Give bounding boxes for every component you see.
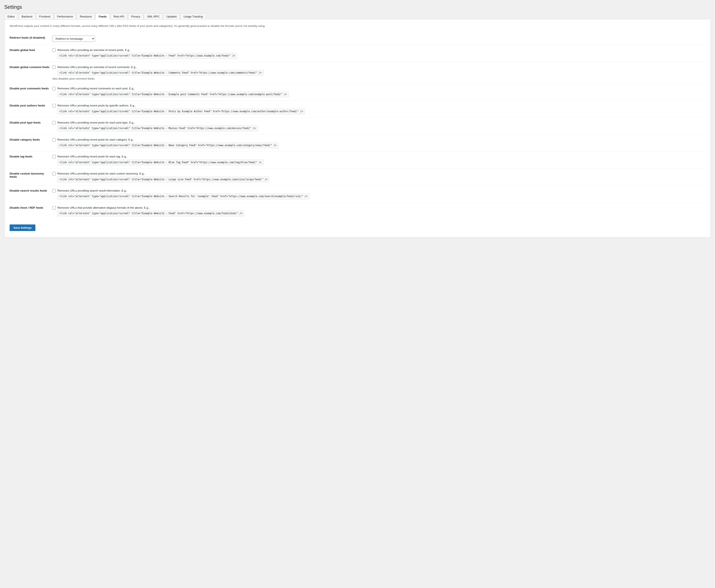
settings-table: Redirect feeds (if disabled) Redirect to… <box>9 33 706 219</box>
control-disable-post-authors-feeds: Removes URLs providing recent posts by s… <box>52 101 706 118</box>
desc-disable-post-authors-feeds: Removes URLs providing recent posts by s… <box>57 104 305 114</box>
code-disable-post-authors-feeds: <link rel="alternate" type="application/… <box>57 109 305 114</box>
redirect-label: Redirect feeds (if disabled) <box>9 33 52 45</box>
content-area: WordPress outputs your content in many d… <box>4 20 711 238</box>
label-disable-search-results-feeds: Disable search results feeds <box>9 185 52 203</box>
desc-disable-post-type-feeds: Removes URLs providing recent posts for … <box>57 121 258 131</box>
tab-frontend[interactable]: Frontend <box>36 14 54 20</box>
label-disable-category-feeds: Disable category feeds <box>9 134 52 151</box>
checkbox-disable-category-feeds[interactable] <box>52 138 56 142</box>
row-disable-post-type-feeds: Disable post type feedsRemoves URLs prov… <box>9 117 706 134</box>
code-disable-tag-feeds: <link rel="alternate" type="application/… <box>57 160 264 165</box>
page-title: Settings <box>4 4 711 10</box>
row-disable-global-feed: Disable global feedRemoves URLs providin… <box>9 45 706 62</box>
control-disable-search-results-feeds: Removes URLs providing search result inf… <box>52 185 706 203</box>
control-disable-atom-rdf-feeds: Removes URLs that provide alternative (l… <box>52 203 706 219</box>
desc-disable-tag-feeds: Removes URLs providing recent posts for … <box>57 154 264 165</box>
save-settings-button[interactable]: Save Settings <box>9 225 36 231</box>
desc-disable-global-feed: Removes URLs providing an overview of re… <box>57 48 237 59</box>
row-disable-global-comment-feeds: Disable global comment feedsRemoves URLs… <box>9 62 706 83</box>
row-disable-custom-taxonomy-feeds: Disable custom taxonomy feedsRemoves URL… <box>9 169 706 186</box>
tab-revisions[interactable]: Revisions <box>77 14 95 20</box>
checkbox-disable-post-authors-feeds[interactable] <box>52 104 56 107</box>
control-disable-global-comment-feeds: Removes URLs providing an overview of re… <box>52 62 706 83</box>
row-disable-search-results-feeds: Disable search results feedsRemoves URLs… <box>9 185 706 203</box>
code-disable-global-comment-feeds: <link rel="alternate" type="application/… <box>57 70 264 76</box>
tab-updates[interactable]: Updates <box>163 14 180 20</box>
checkbox-disable-tag-feeds[interactable] <box>52 155 56 158</box>
checkbox-disable-post-type-feeds[interactable] <box>52 121 56 124</box>
label-disable-post-authors-feeds: Disable post authors feeds <box>9 101 52 118</box>
control-disable-category-feeds: Removes URLs providing recent posts for … <box>52 134 706 151</box>
control-disable-custom-taxonomy-feeds: Removes URLs providing recent posts for … <box>52 169 706 186</box>
tab-privacy[interactable]: Privacy <box>128 14 144 20</box>
code-disable-global-feed: <link rel="alternate" type="application/… <box>57 53 237 59</box>
tab-feeds[interactable]: Feeds <box>96 14 110 20</box>
checkbox-disable-global-comment-feeds[interactable] <box>52 65 56 69</box>
redirect-select[interactable]: Redirect to homepageReturn 404 error <box>52 36 95 42</box>
also-note-disable-global-comment-feeds: Also disables post comment feeds. <box>52 77 706 80</box>
label-disable-post-type-feeds: Disable post type feeds <box>9 117 52 134</box>
label-disable-global-feed: Disable global feed <box>9 45 52 62</box>
row-disable-tag-feeds: Disable tag feedsRemoves URLs providing … <box>9 151 706 169</box>
label-disable-tag-feeds: Disable tag feeds <box>9 151 52 169</box>
label-disable-global-comment-feeds: Disable global comment feeds <box>9 62 52 83</box>
desc-disable-post-comments-feeds: Removes URLs providing recent comments o… <box>57 86 289 97</box>
tabs-bar: EditorBackendFrontendPerformanceRevision… <box>4 14 711 20</box>
checkbox-disable-global-feed[interactable] <box>52 48 56 52</box>
redirect-control: Redirect to homepageReturn 404 error <box>52 33 706 45</box>
checkbox-disable-search-results-feeds[interactable] <box>52 189 56 192</box>
control-disable-global-feed: Removes URLs providing an overview of re… <box>52 45 706 62</box>
code-disable-custom-taxonomy-feeds: <link rel="alternate" type="application/… <box>57 177 270 183</box>
tab-rest-api[interactable]: Rest API <box>110 14 128 20</box>
label-disable-atom-rdf-feeds: Disable Atom / RDF feeds <box>9 203 52 219</box>
row-disable-post-comments-feeds: Disable post comments feedsRemoves URLs … <box>9 83 706 101</box>
checkbox-disable-post-comments-feeds[interactable] <box>52 87 56 90</box>
control-disable-post-comments-feeds: Removes URLs providing recent comments o… <box>52 83 706 101</box>
code-disable-post-type-feeds: <link rel="alternate" type="application/… <box>57 125 258 131</box>
desc-disable-custom-taxonomy-feeds: Removes URLs providing recent posts for … <box>57 171 270 183</box>
control-disable-post-type-feeds: Removes URLs providing recent posts for … <box>52 117 706 134</box>
control-disable-tag-feeds: Removes URLs providing recent posts for … <box>52 151 706 169</box>
checkbox-disable-custom-taxonomy-feeds[interactable] <box>52 172 56 175</box>
label-disable-custom-taxonomy-feeds: Disable custom taxonomy feeds <box>9 169 52 186</box>
label-disable-post-comments-feeds: Disable post comments feeds <box>9 83 52 101</box>
tab-xml-rpc[interactable]: XML-RPC <box>144 14 163 20</box>
tab-backend[interactable]: Backend <box>18 14 36 20</box>
desc-disable-category-feeds: Removes URLs providing recent posts for … <box>57 138 278 148</box>
desc-disable-global-comment-feeds: Removes URLs providing an overview of re… <box>57 65 264 76</box>
row-disable-atom-rdf-feeds: Disable Atom / RDF feedsRemoves URLs tha… <box>9 203 706 219</box>
checkbox-disable-atom-rdf-feeds[interactable] <box>52 206 56 210</box>
desc-disable-search-results-feeds: Removes URLs providing search result inf… <box>57 189 309 200</box>
desc-disable-atom-rdf-feeds: Removes URLs that provide alternative (l… <box>57 206 245 216</box>
tab-editor[interactable]: Editor <box>4 14 18 20</box>
tab-usage-tracking[interactable]: Usage Tracking <box>180 14 206 20</box>
description-text: WordPress outputs your content in many d… <box>9 24 706 28</box>
code-disable-atom-rdf-feeds: <link rel="alternate" type="application/… <box>57 211 245 216</box>
row-disable-post-authors-feeds: Disable post authors feedsRemoves URLs p… <box>9 101 706 118</box>
code-disable-post-comments-feeds: <link rel="alternate" type="application/… <box>57 91 289 97</box>
row-disable-category-feeds: Disable category feedsRemoves URLs provi… <box>9 134 706 151</box>
tab-performance[interactable]: Performance <box>54 14 76 20</box>
redirect-row: Redirect feeds (if disabled) Redirect to… <box>9 33 706 45</box>
code-disable-search-results-feeds: <link rel="alternate" type="application/… <box>57 193 309 199</box>
code-disable-category-feeds: <link rel="alternate" type="application/… <box>57 143 278 148</box>
